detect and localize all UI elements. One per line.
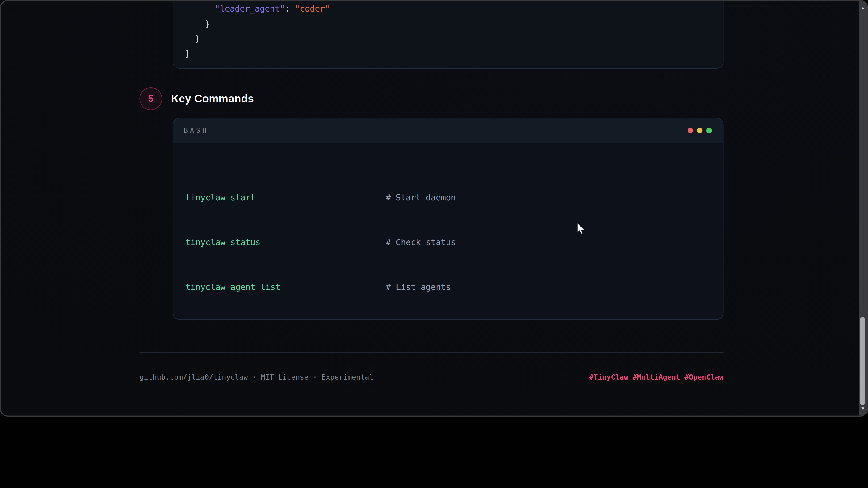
window-dot-red-icon	[687, 128, 693, 133]
json-key-leader-agent: "leader_agent"	[215, 4, 285, 14]
code-line: tinyclaw agent list# List agents	[185, 280, 711, 295]
window-dot-yellow-icon	[697, 128, 703, 133]
terminal-body: tinyclaw start# Start daemon tinyclaw st…	[173, 143, 723, 320]
section-number-badge: 5	[140, 88, 162, 110]
screenshot-stage: "leader_agent": "coder" } } } 5 Key Comm…	[0, 0, 868, 488]
footer-divider	[140, 352, 723, 353]
command-text: tinyclaw start	[185, 193, 255, 202]
app-window: "leader_agent": "coder" } } } 5 Key Comm…	[0, 0, 868, 417]
json-colon: :	[285, 4, 295, 14]
json-code-block: "leader_agent": "coder" } } }	[173, 0, 723, 69]
json-code: "leader_agent": "coder" } } }	[185, 2, 330, 61]
terminal-header: BASH	[173, 118, 723, 143]
json-value-coder: "coder"	[295, 4, 330, 14]
json-closing-brace: }	[185, 19, 210, 29]
scroll-up-icon[interactable]: ▲	[859, 6, 867, 10]
comment-text: # List agents	[386, 280, 451, 295]
section-heading: 5 Key Commands	[140, 88, 254, 110]
json-whitespace	[185, 4, 215, 14]
language-label: BASH	[184, 127, 209, 134]
command-text: tinyclaw agent list	[185, 282, 280, 292]
section-title: Key Commands	[171, 92, 254, 105]
mouse-cursor-icon	[577, 223, 585, 235]
comment-text: # Check status	[386, 235, 456, 250]
json-closing-brace: }	[185, 34, 200, 44]
comment-text: # Start daemon	[386, 190, 456, 205]
bash-terminal-block: BASH tinyclaw start# Start daemon tinycl…	[173, 118, 723, 320]
scrollbar-track[interactable]: ▲ ▼	[859, 1, 867, 416]
scrollbar-thumb[interactable]	[860, 317, 865, 405]
code-line: tinyclaw status# Check status	[185, 235, 711, 250]
json-closing-brace: }	[185, 49, 190, 59]
code-line: tinyclaw start# Start daemon	[185, 190, 711, 205]
scroll-down-icon[interactable]: ▼	[859, 407, 867, 411]
command-text: tinyclaw status	[185, 237, 260, 247]
window-dots	[687, 128, 712, 133]
page-content: "leader_agent": "coder" } } } 5 Key Comm…	[1, 1, 859, 416]
footer-hashtags: #TinyClaw #MultiAgent #OpenClaw	[140, 372, 723, 382]
window-dot-green-icon	[706, 128, 712, 133]
